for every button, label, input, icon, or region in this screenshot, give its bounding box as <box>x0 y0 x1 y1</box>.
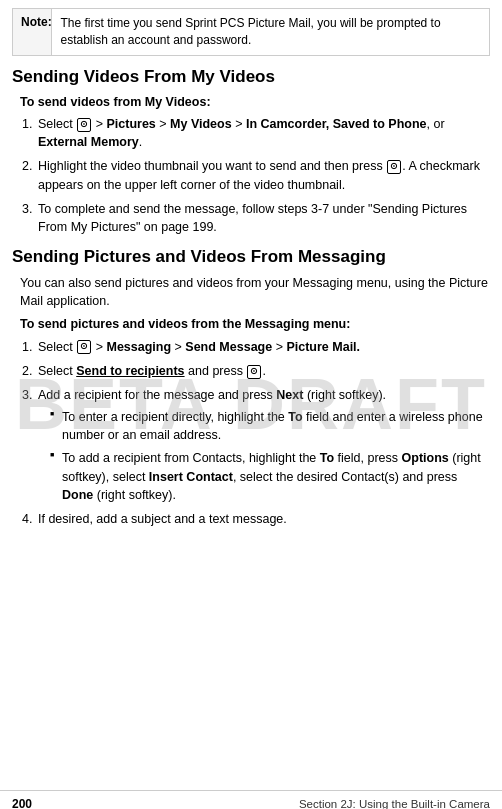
messaging-label: Messaging <box>106 340 171 354</box>
bullet-item-1: To enter a recipient directly, highlight… <box>50 408 490 444</box>
next-label: Next <box>276 388 303 402</box>
section2-intro: You can also send pictures and videos fr… <box>20 274 490 310</box>
my-videos-label: My Videos <box>170 117 232 131</box>
done-label: Done <box>62 488 93 502</box>
section2-step-3: Add a recipient for the message and pres… <box>36 386 490 504</box>
picture-mail-label: Picture Mail. <box>286 340 360 354</box>
section1-heading: Sending Videos From My Videos <box>12 66 490 88</box>
to-field-label-2: To <box>320 451 334 465</box>
section1-step-1: Select ⊙ > Pictures > My Videos > In Cam… <box>36 115 490 151</box>
section1-steps-list: Select ⊙ > Pictures > My Videos > In Cam… <box>36 115 490 236</box>
section2-step-4: If desired, add a subject and a text mes… <box>36 510 490 528</box>
note-label: Note: <box>13 9 52 55</box>
section1-step-3: To complete and send the message, follow… <box>36 200 490 236</box>
insert-contact-label: Insert Contact <box>149 470 233 484</box>
section2-step-1: Select ⊙ > Messaging > Send Message > Pi… <box>36 338 490 356</box>
in-camcorder-label: In Camcorder, Saved to Phone <box>246 117 427 131</box>
footer-page-number: 200 <box>12 797 32 809</box>
options-label: Options <box>402 451 449 465</box>
send-to-recipients-label: Send to recipients <box>76 364 184 378</box>
menu-icon-2: ⊙ <box>77 340 91 354</box>
ok-icon-2: ⊙ <box>247 365 261 379</box>
section2-step-2: Select Send to recipients and press ⊙. <box>36 362 490 380</box>
menu-icon-1: ⊙ <box>77 118 91 132</box>
pictures-label: Pictures <box>106 117 155 131</box>
note-box: Note: The first time you send Sprint PCS… <box>12 8 490 56</box>
footer-section-text: Section 2J: Using the Built-in Camera <box>299 798 490 809</box>
page-container: Note: The first time you send Sprint PCS… <box>0 8 502 809</box>
section1-subheading: To send videos from My Videos: <box>20 94 490 112</box>
bullet-item-2: To add a recipient from Contacts, highli… <box>50 449 490 503</box>
ok-icon-1: ⊙ <box>387 160 401 174</box>
section1-step-2: Highlight the video thumbnail you want t… <box>36 157 490 193</box>
external-memory-label: External Memory <box>38 135 139 149</box>
footer: 200 Section 2J: Using the Built-in Camer… <box>0 790 502 809</box>
section2-heading: Sending Pictures and Videos From Messagi… <box>12 246 490 268</box>
bullet-list-step3: To enter a recipient directly, highlight… <box>50 408 490 504</box>
section2-steps-list: Select ⊙ > Messaging > Send Message > Pi… <box>36 338 490 528</box>
section2-subheading: To send pictures and videos from the Mes… <box>20 316 490 334</box>
send-message-label: Send Message <box>185 340 272 354</box>
to-field-label-1: To <box>288 410 302 424</box>
note-text: The first time you send Sprint PCS Pictu… <box>52 9 489 55</box>
